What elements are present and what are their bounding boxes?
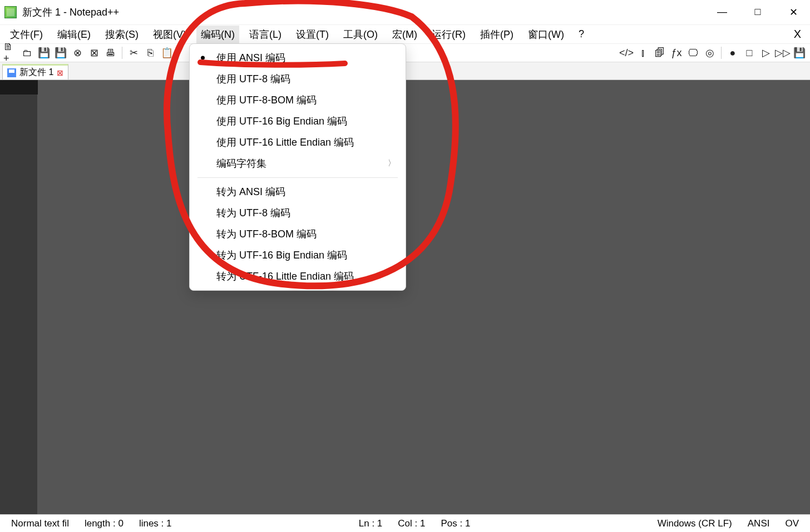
menu-separator — [197, 177, 398, 178]
copy-icon[interactable]: ⎘ — [143, 46, 157, 60]
chevron-right-icon: 〉 — [388, 158, 396, 168]
encoding-utf8-bom[interactable]: 使用 UTF-8-BOM 编码 — [190, 90, 406, 111]
text-editor[interactable] — [38, 80, 810, 514]
convert-utf8-bom[interactable]: 转为 UTF-8-BOM 编码 — [190, 223, 406, 245]
menu-overflow[interactable]: X — [794, 28, 804, 41]
tab-close-icon[interactable]: ⊠ — [57, 68, 63, 77]
encoding-ansi[interactable]: 使用 ANSI 编码 — [190, 47, 406, 68]
menu-item-label: 转为 UTF-8-BOM 编码 — [216, 227, 317, 241]
title-bar: 新文件 1 - Notepad++ — □ ✕ — [0, 0, 810, 24]
menu-item-label: 转为 UTF-8 编码 — [216, 206, 290, 220]
bullet-selected-icon — [201, 56, 205, 60]
menu-item-label: 编码字符集 — [216, 157, 266, 170]
encoding-utf8[interactable]: 使用 UTF-8 编码 — [190, 68, 406, 90]
toolbar-separator — [721, 47, 722, 59]
encoding-dropdown: 使用 ANSI 编码 使用 UTF-8 编码 使用 UTF-8-BOM 编码 使… — [189, 43, 406, 291]
close-window-button[interactable]: ✕ — [787, 6, 800, 18]
camera-icon[interactable]: ◎ — [703, 46, 717, 60]
menu-bar: 文件(F) 编辑(E) 搜索(S) 视图(V) 编码(N) 语言(L) 设置(T… — [0, 24, 810, 43]
menu-edit[interactable]: 编辑(E) — [53, 26, 95, 43]
close-all-icon[interactable]: ⊠ — [87, 46, 101, 60]
menu-settings[interactable]: 设置(T) — [292, 26, 333, 43]
menu-search[interactable]: 搜索(S) — [101, 26, 143, 43]
menu-view[interactable]: 视图(V) — [149, 26, 191, 43]
menu-item-label: 转为 UTF-16 Big Endian 编码 — [216, 248, 347, 262]
menu-macro[interactable]: 宏(M) — [388, 26, 422, 43]
print-icon[interactable]: 🖶 — [103, 46, 118, 60]
line-number-gutter: 1 — [0, 80, 38, 514]
monitor-icon[interactable]: 🖵 — [686, 46, 700, 60]
doc-list-icon[interactable]: 🗐 — [653, 46, 667, 60]
convert-utf16-be[interactable]: 转为 UTF-16 Big Endian 编码 — [190, 245, 406, 266]
menu-item-label: 转为 ANSI 编码 — [216, 185, 285, 198]
menu-item-label: 使用 ANSI 编码 — [216, 51, 285, 64]
save-all-icon[interactable]: 💾 — [53, 46, 68, 60]
menu-item-label: 使用 UTF-8-BOM 编码 — [216, 93, 317, 107]
status-lines: lines : 1 — [131, 518, 180, 529]
menu-item-label: 使用 UTF-16 Big Endian 编码 — [216, 115, 347, 128]
convert-ansi[interactable]: 转为 ANSI 编码 — [190, 181, 406, 202]
function-icon[interactable]: ƒx — [669, 46, 684, 60]
doc-map-icon[interactable]: ⫿ — [636, 46, 650, 60]
status-position: Pos : 1 — [433, 518, 478, 529]
encoding-utf16-be[interactable]: 使用 UTF-16 Big Endian 编码 — [190, 111, 406, 132]
document-tab[interactable]: 新文件 1 ⊠ — [2, 64, 68, 79]
menu-run[interactable]: 运行(R) — [427, 26, 470, 43]
menu-tools[interactable]: 工具(O) — [339, 26, 382, 43]
menu-item-label: 转为 UTF-16 Little Endian 编码 — [216, 270, 354, 283]
paste-icon[interactable]: 📋 — [160, 46, 174, 60]
menu-encoding[interactable]: 编码(N) — [196, 26, 239, 43]
toggle-code-icon[interactable]: </> — [619, 46, 634, 60]
cut-icon[interactable]: ✂ — [126, 46, 141, 60]
app-icon — [4, 6, 17, 18]
save-macro-icon[interactable]: 💾 — [792, 46, 807, 60]
stop-icon[interactable]: □ — [742, 46, 757, 60]
convert-utf16-le[interactable]: 转为 UTF-16 Little Endian 编码 — [190, 266, 406, 287]
new-file-icon[interactable]: 🗎+ — [3, 46, 18, 60]
status-bar: Normal text fil length : 0 lines : 1 Ln … — [0, 514, 810, 532]
status-column: Col : 1 — [390, 518, 433, 529]
window-title: 新文件 1 - Notepad++ — [22, 6, 119, 19]
toolbar-separator — [122, 47, 122, 59]
maximize-button[interactable]: □ — [751, 6, 764, 18]
convert-utf8[interactable]: 转为 UTF-8 编码 — [190, 202, 406, 223]
menu-window[interactable]: 窗口(W) — [523, 26, 569, 43]
menu-item-label: 使用 UTF-16 Little Endian 编码 — [216, 136, 354, 149]
encoding-charset-submenu[interactable]: 编码字符集 〉 — [190, 153, 406, 174]
tab-save-icon — [7, 68, 16, 77]
menu-language[interactable]: 语言(L) — [245, 26, 286, 43]
status-line: Ln : 1 — [351, 518, 391, 529]
save-icon[interactable]: 💾 — [37, 46, 51, 60]
tab-label: 新文件 1 — [19, 67, 53, 78]
status-encoding[interactable]: ANSI — [740, 518, 778, 529]
minimize-button[interactable]: — — [715, 6, 729, 18]
encoding-utf16-le[interactable]: 使用 UTF-16 Little Endian 编码 — [190, 132, 406, 153]
status-eol[interactable]: Windows (CR LF) — [650, 518, 740, 529]
menu-item-label: 使用 UTF-8 编码 — [216, 72, 290, 86]
menu-file[interactable]: 文件(F) — [6, 26, 47, 43]
menu-plugins[interactable]: 插件(P) — [476, 26, 518, 43]
status-language: Normal text fil — [3, 518, 77, 529]
fastfwd-icon[interactable]: ▷▷ — [776, 46, 790, 60]
open-folder-icon[interactable]: 🗀 — [20, 46, 34, 60]
menu-help[interactable]: ? — [574, 26, 589, 42]
record-icon[interactable]: ● — [725, 46, 740, 60]
status-length: length : 0 — [77, 518, 131, 529]
play-icon[interactable]: ▷ — [759, 46, 773, 60]
close-file-icon[interactable]: ⊗ — [70, 46, 85, 60]
status-overwrite[interactable]: OV — [777, 518, 807, 529]
